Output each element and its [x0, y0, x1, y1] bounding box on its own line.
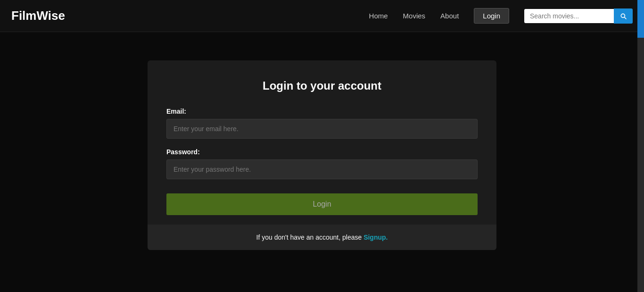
nav-links: Home Movies About Login [369, 8, 509, 24]
search-icon [619, 12, 627, 20]
login-submit-button[interactable]: Login [166, 193, 478, 215]
signup-prefix: If you don't have an account, please [256, 234, 364, 241]
search-button[interactable] [614, 8, 633, 24]
email-label: Email: [166, 108, 478, 115]
main-content: Login to your account Email: Password: L… [0, 32, 644, 292]
password-input[interactable] [166, 159, 478, 179]
search-container [524, 8, 633, 24]
nav-about[interactable]: About [440, 12, 459, 20]
signup-section: If you don't have an account, please Sig… [148, 225, 496, 250]
navbar: FilmWise Home Movies About Login [0, 0, 644, 32]
nav-login-button[interactable]: Login [474, 8, 509, 24]
search-input[interactable] [524, 9, 614, 23]
login-title: Login to your account [166, 79, 478, 92]
email-form-group: Email: [166, 108, 478, 139]
scrollbar-thumb[interactable] [637, 0, 644, 38]
nav-home[interactable]: Home [369, 12, 388, 20]
scrollbar-track[interactable] [637, 0, 644, 292]
signup-link[interactable]: Signup. [363, 234, 388, 241]
brand-logo[interactable]: FilmWise [11, 8, 65, 23]
signup-prompt-text: If you don't have an account, please Sig… [256, 234, 388, 241]
login-card: Login to your account Email: Password: L… [148, 60, 496, 250]
brand-name-part1: Film [11, 8, 36, 23]
password-form-group: Password: [166, 148, 478, 179]
brand-name-part2: Wise [36, 8, 65, 23]
nav-movies[interactable]: Movies [403, 12, 426, 20]
password-label: Password: [166, 148, 478, 156]
email-input[interactable] [166, 119, 478, 139]
